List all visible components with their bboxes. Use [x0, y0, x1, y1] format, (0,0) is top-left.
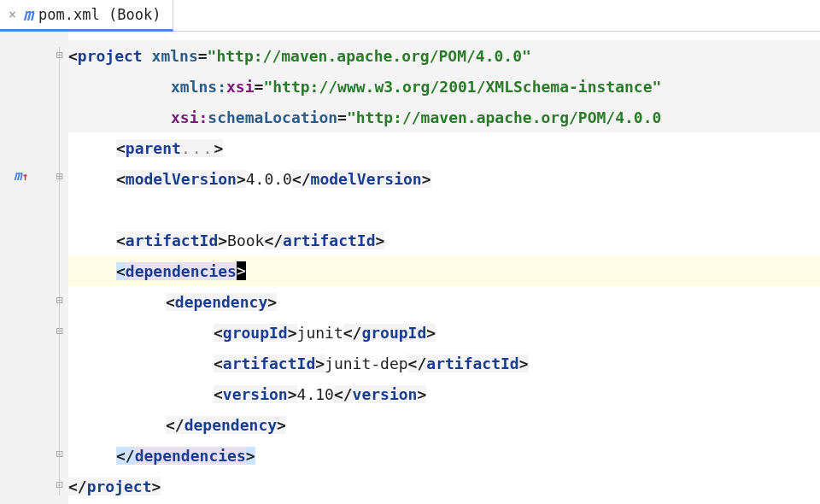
code-line[interactable]: <parent...> [68, 132, 820, 163]
editor-area: ⊟ m↑ ⊞ ⊟ ⊟ ⊡ ⊡ ⊡ <project xmlns="http://… [0, 32, 820, 504]
code-line[interactable]: <dependency> [68, 286, 820, 317]
xml-text: junit-dep [325, 355, 408, 372]
code-line[interactable]: xmlns:xsi="http://www.w3.org/2001/XMLSch… [68, 71, 820, 102]
xml-tag: dependency [175, 293, 267, 311]
tab-title: pom.xml (Book) [38, 6, 161, 23]
gutter[interactable]: ⊟ m↑ ⊞ ⊟ ⊟ ⊡ ⊡ ⊡ [0, 32, 68, 504]
xml-tag: groupId [223, 324, 288, 342]
code-line[interactable]: <modelVersion>4.0.0</modelVersion> [68, 163, 820, 194]
xml-tag: dependencies [135, 447, 246, 465]
xml-text: 4.0.0 [246, 170, 292, 188]
code-line[interactable]: </project> [68, 471, 820, 501]
xml-tag: project [78, 47, 143, 65]
xml-string: "http://www.w3.org/2001/XMLSchema-instan… [263, 78, 661, 96]
code-line[interactable]: <groupId>junit</groupId> [68, 317, 820, 348]
xml-tag: artifactId [426, 355, 518, 372]
xml-tag: artifactId [283, 231, 375, 249]
code-line[interactable]: </dependency> [68, 409, 820, 440]
fold-close-icon[interactable]: ⊡ [53, 478, 66, 491]
code-line[interactable]: xsi:schemaLocation="http://maven.apache.… [68, 102, 820, 132]
code-line[interactable] [68, 194, 820, 225]
fold-handle-expand-icon[interactable]: ⊞ [53, 170, 66, 183]
code-line[interactable]: <artifactId>Book</artifactId> [68, 225, 820, 255]
caret: > [237, 261, 246, 280]
xml-ns: xsi: [171, 108, 208, 126]
tab-bar: × m pom.xml (Book) [0, 0, 820, 32]
editor-tab-pom[interactable]: × m pom.xml (Book) [0, 0, 173, 32]
xml-string: "http://maven.apache.org/POM/4.0.0" [208, 47, 531, 65]
xml-tag: version [353, 385, 418, 403]
fold-handle-icon[interactable]: ⊟ [53, 294, 66, 307]
fold-ellipsis[interactable]: ... [181, 139, 214, 157]
xml-attr: xmlns: [171, 78, 226, 96]
close-icon[interactable]: × [9, 7, 16, 22]
xml-text: junit [297, 324, 343, 342]
xml-tag: modelVersion [126, 170, 237, 188]
xml-tag: dependency [184, 416, 277, 434]
code-line-current[interactable]: <dependencies> [68, 255, 820, 286]
xml-tag: artifactId [223, 355, 315, 372]
xml-ns: xsi [226, 78, 255, 96]
xml-tag: groupId [361, 324, 426, 342]
code-line[interactable]: <project xmlns="http://maven.apache.org/… [68, 40, 820, 71]
xml-string: "http://maven.apache.org/POM/4.0.0 [347, 108, 661, 126]
xml-tag: artifactId [126, 231, 218, 249]
xml-tag: project [87, 478, 152, 495]
xml-tag: parent [126, 139, 181, 157]
fold-handle-icon[interactable]: ⊟ [53, 325, 66, 337]
code-line[interactable]: <version>4.10</version> [68, 378, 820, 409]
fold-handle-icon[interactable]: ⊟ [53, 49, 66, 62]
maven-file-icon: m [23, 6, 33, 23]
xml-text: 4.10 [297, 385, 334, 403]
xml-tag: modelVersion [311, 170, 422, 188]
code-line[interactable]: <artifactId>junit-dep</artifactId> [68, 348, 820, 378]
xml-attr: schemaLocation [208, 108, 337, 126]
xml-text: Book [227, 231, 264, 249]
xml-tag: dependencies [126, 262, 237, 280]
xml-tag: version [223, 385, 288, 403]
code-editor[interactable]: <project xmlns="http://maven.apache.org/… [68, 32, 820, 504]
code-line[interactable]: </dependencies> [68, 440, 820, 471]
xml-attr: xmlns [152, 47, 198, 65]
maven-nav-icon[interactable]: m↑ [14, 167, 48, 184]
fold-close-icon[interactable]: ⊡ [53, 448, 66, 460]
